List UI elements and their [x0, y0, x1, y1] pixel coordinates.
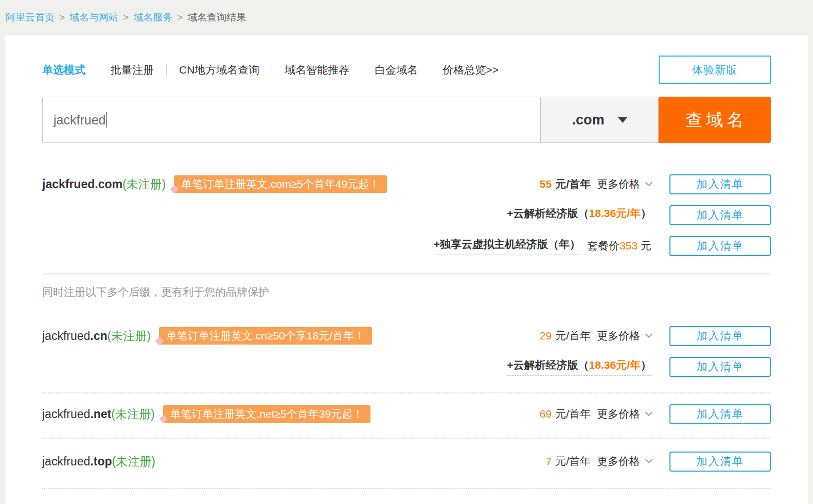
domain-base: jackfrued — [42, 329, 90, 343]
add-to-list-button[interactable]: 加入清单 — [669, 205, 771, 225]
promo-badge: 单笔订单注册英文.cn≥50个享18元/首年！ — [159, 327, 372, 345]
result-row-cn: jackfrued.cn (未注册) 单笔订单注册英文.cn≥50个享18元/首… — [42, 320, 771, 351]
result-row-com: jackfrued.com (未注册) 单笔订单注册英文.com≥5个首年49元… — [42, 169, 771, 200]
breadcrumb-domain-website-link[interactable]: 域名与网站 — [69, 12, 118, 23]
add-to-list-button[interactable]: 加入清单 — [669, 404, 771, 424]
promo-badge: 单笔订单注册英文.com≥5个首年49元起！ — [174, 175, 387, 193]
addon-price: 18.36元/年 — [589, 207, 641, 219]
domain-base: jackfrued — [42, 407, 90, 421]
domain-suffix: .com — [95, 177, 122, 191]
search-results: jackfrued.com (未注册) 单笔订单注册英文.com≥5个首年49元… — [42, 169, 771, 489]
domain-search-input[interactable]: jackfrued — [42, 97, 540, 143]
addon-label-close: ） — [641, 359, 651, 371]
addon-label-block: +独享云虚拟主机经济版（年） 套餐价353 元 — [434, 237, 651, 255]
tab-divider — [362, 64, 362, 76]
breadcrumb-domain-service-link[interactable]: 域名服务 — [133, 12, 172, 23]
domain-suffix: .net — [90, 407, 111, 421]
mode-tabs: 单选模式 批量注册 CN地方域名查询 域名智能推荐 白金域名 价格总览>> 体验… — [42, 35, 771, 84]
price-unit: 元/首年 — [555, 454, 591, 469]
breadcrumb-separator: > — [59, 12, 65, 23]
status-badge: (未注册) — [122, 176, 166, 192]
price-block: 69 元/首年 更多价格 — [540, 407, 651, 421]
more-prices-label: 更多价格 — [597, 329, 640, 343]
search-domain-button[interactable]: 查域名 — [659, 97, 771, 143]
addon-row-dns-cn: +云解析经济版（18.36元/年） 加入清单 — [42, 351, 771, 382]
price-value: 69 — [540, 408, 552, 420]
tld-select-dropdown[interactable]: .com — [540, 97, 659, 143]
addon-label-block: +云解析经济版（18.36元/年） — [507, 358, 651, 376]
addon-dns-label[interactable]: +云解析经济版（18.36元/年） — [507, 358, 651, 376]
promo-badge-tail — [170, 185, 179, 194]
breadcrumb-home-link[interactable]: 阿里云首页 — [6, 12, 55, 23]
more-prices-label: 更多价格 — [597, 454, 640, 469]
promo-text: 单笔订单注册英文.com≥5个首年49元起！ — [181, 178, 380, 190]
addon-label-close: ） — [641, 207, 651, 219]
breadcrumb-separator: > — [177, 12, 183, 23]
domain-name: jackfrued.com — [42, 177, 122, 191]
price-block: 7 元/首年 更多价格 — [545, 454, 651, 469]
status-badge: (未注册) — [108, 328, 151, 344]
chevron-down-icon — [645, 456, 652, 463]
more-prices-label: 更多价格 — [597, 177, 640, 191]
promo-badge: 单笔订单注册英文.net≥5个首年39元起！ — [163, 405, 371, 423]
brand-protection-hint: 同时注册以下多个后缀，更有利于您的品牌保护 — [42, 285, 771, 299]
add-to-list-button[interactable]: 加入清单 — [669, 236, 771, 256]
domain-name: jackfrued.net — [42, 407, 111, 421]
domain-suffix: .top — [90, 455, 112, 468]
tab-batch-register[interactable]: 批量注册 — [111, 63, 154, 77]
chevron-down-icon — [645, 409, 652, 416]
addon-label-text: +云解析经济版（ — [507, 207, 589, 219]
domain-name: jackfrued.cn — [42, 329, 108, 343]
package-price-label: 套餐价 — [587, 240, 620, 251]
package-price: 套餐价353 元 — [587, 239, 651, 253]
search-input-value: jackfrued — [54, 113, 105, 128]
chevron-down-icon — [645, 331, 652, 338]
caret-down-icon — [618, 117, 627, 123]
domain-name: jackfrued.top — [42, 455, 112, 469]
addon-label-block: +云解析经济版（18.36元/年） — [507, 206, 651, 224]
add-to-list-button[interactable]: 加入清单 — [669, 174, 771, 194]
price-unit: 元/首年 — [555, 329, 591, 343]
price-value: 29 — [540, 330, 552, 342]
add-to-list-button[interactable]: 加入清单 — [669, 357, 771, 377]
breadcrumb-current-page: 域名查询结果 — [187, 12, 246, 23]
tab-divider — [98, 64, 98, 76]
addon-row-host: +独享云虚拟主机经济版（年） 套餐价353 元 加入清单 — [42, 230, 771, 261]
row-divider — [42, 438, 771, 439]
tab-platinum-domain[interactable]: 白金域名 — [375, 63, 418, 77]
tab-single-select-mode[interactable]: 单选模式 — [42, 63, 85, 77]
more-prices-link[interactable]: 更多价格 — [597, 177, 651, 191]
price-block: 55 元/首年 更多价格 — [540, 177, 651, 191]
promo-text: 单笔订单注册英文.net≥5个首年39元起！ — [170, 408, 364, 420]
add-to-list-button[interactable]: 加入清单 — [669, 452, 771, 472]
price-overview-link[interactable]: 价格总览>> — [443, 63, 499, 77]
addon-price: 18.36元/年 — [589, 359, 641, 371]
addon-dns-label[interactable]: +云解析经济版（18.36元/年） — [507, 206, 651, 224]
price-block: 29 元/首年 更多价格 — [540, 329, 651, 343]
addon-host-label[interactable]: +独享云虚拟主机经济版（年） — [434, 237, 580, 255]
tab-cn-local-domain-query[interactable]: CN地方域名查询 — [179, 63, 259, 77]
section-divider — [42, 273, 771, 275]
tab-smart-recommend[interactable]: 域名智能推荐 — [285, 63, 349, 77]
more-prices-link[interactable]: 更多价格 — [597, 454, 651, 469]
price-unit: 元/首年 — [555, 407, 591, 421]
package-price-unit: 元 — [641, 240, 651, 251]
result-row-top: jackfrued.top (未注册) 7 元/首年 更多价格 加入清单 — [42, 446, 771, 477]
domain-suffix: .cn — [90, 329, 107, 343]
row-divider — [42, 392, 771, 393]
package-price-value: 353 — [620, 240, 638, 251]
domain-base: jackfrued — [42, 177, 95, 191]
more-prices-link[interactable]: 更多价格 — [597, 407, 651, 421]
breadcrumb: 阿里云首页>域名与网站>域名服务>域名查询结果 — [0, 0, 813, 24]
domain-search-bar: jackfrued .com 查域名 — [42, 97, 771, 143]
chevron-down-icon — [645, 179, 652, 186]
try-new-version-button[interactable]: 体验新版 — [659, 56, 771, 84]
promo-badge-tail — [155, 337, 164, 346]
breadcrumb-separator: > — [123, 12, 129, 23]
more-prices-link[interactable]: 更多价格 — [597, 329, 651, 343]
more-prices-label: 更多价格 — [597, 407, 640, 421]
tab-divider — [166, 64, 167, 76]
price-unit: 元/首年 — [555, 177, 591, 191]
addon-row-dns: +云解析经济版（18.36元/年） 加入清单 — [42, 200, 771, 230]
add-to-list-button[interactable]: 加入清单 — [669, 326, 771, 346]
